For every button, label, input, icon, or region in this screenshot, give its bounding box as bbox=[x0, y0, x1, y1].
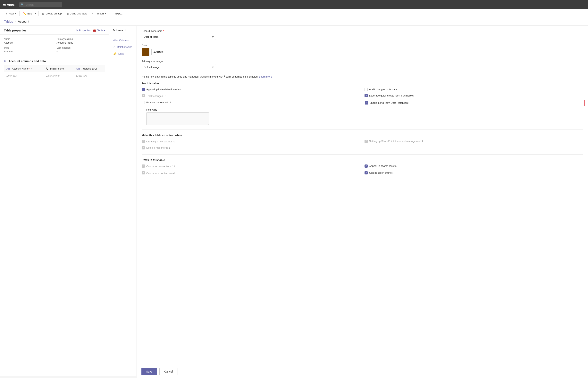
edit-button[interactable]: ✏️ Edit bbox=[21, 11, 34, 16]
table-properties-title: Table properties bbox=[4, 29, 27, 32]
tools-button[interactable]: 🧰 Tools ▾ bbox=[93, 29, 105, 32]
table-header-row: Abc Account Name * ↑ ↓ 📞 Ma bbox=[4, 65, 105, 72]
relationships-nav-label: Relationships bbox=[117, 45, 132, 48]
can-be-offline-label: Can be taken offline ℹ bbox=[369, 171, 393, 175]
last-modified-value: – bbox=[57, 50, 106, 53]
provide-custom-help-checkbox[interactable] bbox=[142, 101, 145, 104]
export-button[interactable]: ⟶ Expo... bbox=[109, 11, 125, 16]
provide-custom-help-row: Provide custom help ℹ bbox=[142, 101, 361, 105]
properties-button[interactable]: ⚙ Properties bbox=[76, 29, 91, 32]
left-main: Table properties ⚙ Properties 🧰 Tools ▾ bbox=[0, 26, 109, 83]
col-header-account-name[interactable]: Abc Account Name * ↑ ↓ bbox=[4, 65, 43, 72]
learn-more-link[interactable]: Learn more bbox=[259, 75, 272, 78]
apply-duplicate-checkbox[interactable] bbox=[142, 88, 145, 91]
type-label: Type bbox=[4, 46, 53, 49]
sharepoint-label: Setting up SharePoint document managemen… bbox=[369, 139, 423, 143]
create-app-button[interactable]: ⊞ Create an app bbox=[40, 11, 64, 16]
import-button[interactable]: ⟵ Import ▾ bbox=[90, 11, 108, 16]
schema-title: Schema bbox=[113, 29, 123, 32]
connections-info-icon: ℹ bbox=[174, 165, 175, 168]
grid-icon: ⊞ bbox=[42, 12, 44, 15]
can-be-offline-row: Can be taken offline ℹ bbox=[364, 171, 584, 175]
can-be-offline-checkbox[interactable] bbox=[364, 171, 368, 175]
using-table-button[interactable]: ⊞ Using this table bbox=[65, 11, 89, 16]
save-button[interactable]: Save bbox=[141, 368, 157, 375]
help-url-box[interactable] bbox=[146, 112, 209, 125]
primary-row-image-select[interactable]: Default Image bbox=[142, 64, 216, 70]
left-content: Table properties ⚙ Properties 🧰 Tools ▾ bbox=[0, 26, 136, 83]
appear-search-row: Appear in search results bbox=[364, 164, 584, 168]
enable-long-term-label: Enable Long Term Data Retention ℹ bbox=[370, 101, 409, 105]
tools-chevron-icon: ▾ bbox=[104, 29, 105, 32]
mail-merge-info-icon: ℹ bbox=[169, 147, 170, 149]
schema-header: Schema ℹ bbox=[109, 29, 136, 34]
table-info-grid: Name Account Primary column Account Name… bbox=[0, 35, 109, 56]
new-button[interactable]: ＋ New ▾ bbox=[3, 11, 18, 17]
primary-col-label: Primary column bbox=[57, 38, 106, 40]
description-text: Refine how data in this table is used an… bbox=[142, 74, 583, 79]
make-option-grid: Creating a new activity 1 ℹ Setting up S… bbox=[142, 139, 583, 150]
command-bar: ＋ New ▾ ✏️ Edit ▾ ⊞ Create an app ⊞ Usin… bbox=[0, 9, 588, 18]
keys-nav-item[interactable]: 🔑 Keys bbox=[109, 50, 136, 57]
rows-section: Rows in this table Can have connections … bbox=[142, 158, 583, 191]
left-panel: Table properties ⚙ Properties 🧰 Tools ▾ bbox=[0, 26, 137, 376]
sharepoint-checkbox bbox=[364, 140, 368, 143]
col-header-main-phone[interactable]: 📞 Main Phone ↓ bbox=[43, 65, 74, 72]
table-icon: ⊞ bbox=[67, 12, 69, 15]
relationships-nav-item[interactable]: ⤢ Relationships bbox=[109, 43, 136, 50]
col-address-label: Address 1: Ci bbox=[82, 67, 97, 70]
color-group: Color bbox=[142, 44, 583, 56]
main-layout: Table properties ⚙ Properties 🧰 Tools ▾ bbox=[0, 26, 588, 376]
app-title: er Apps bbox=[3, 3, 15, 6]
phone-icon: 📞 bbox=[46, 68, 48, 70]
color-swatch[interactable] bbox=[142, 48, 149, 56]
edit-chevron-icon[interactable]: ▾ bbox=[34, 12, 37, 15]
primary-row-image-label: Primary row image bbox=[142, 60, 583, 63]
apply-duplicate-row: Apply duplicate detection rules ℹ bbox=[142, 88, 361, 91]
appear-search-checkbox[interactable] bbox=[364, 164, 368, 168]
table-grid-icon: ⊞ bbox=[4, 59, 6, 63]
can-have-connections-row: Can have connections 1 ℹ bbox=[142, 164, 361, 168]
cancel-button[interactable]: Cancel bbox=[160, 368, 178, 375]
audit-changes-checkbox[interactable] bbox=[364, 88, 368, 91]
color-input[interactable] bbox=[151, 49, 210, 55]
leverage-quick-checkbox[interactable] bbox=[364, 94, 368, 97]
record-ownership-select[interactable]: User or team bbox=[142, 34, 216, 40]
cell-main-phone[interactable]: Enter phone bbox=[43, 72, 74, 79]
description-sup: 1 bbox=[224, 75, 225, 77]
for-this-table-title: For this table bbox=[142, 82, 583, 85]
enable-long-term-checkbox[interactable] bbox=[365, 101, 368, 105]
name-field: Name Account bbox=[4, 38, 53, 44]
phone-sort-icon[interactable]: ↓ bbox=[65, 68, 66, 70]
col-header-address[interactable]: Abc Address 1: Ci bbox=[74, 65, 105, 72]
cell-address[interactable]: Enter text bbox=[74, 72, 105, 79]
mail-merge-label: Doing a mail merge ℹ bbox=[146, 146, 170, 150]
can-have-contact-email-label: Can have a contact email 1 ℹ bbox=[146, 171, 179, 175]
columns-nav-item[interactable]: Abc Columns bbox=[109, 37, 136, 43]
search-input[interactable] bbox=[19, 2, 62, 7]
can-have-contact-email-row: Can have a contact email 1 ℹ bbox=[142, 171, 361, 175]
plus-icon: ＋ bbox=[5, 12, 8, 15]
topbar: er Apps bbox=[0, 0, 588, 9]
can-have-contact-email-checkbox bbox=[142, 171, 145, 175]
sort-icon[interactable]: ↑ ↓ bbox=[31, 68, 34, 70]
color-field-row bbox=[142, 48, 583, 56]
creating-activity-checkbox bbox=[142, 140, 145, 143]
separator-1 bbox=[19, 11, 20, 16]
breadcrumb-tables-link[interactable]: Tables bbox=[4, 20, 13, 24]
track-info-icon: ℹ bbox=[165, 95, 166, 97]
section-actions: ⚙ Properties 🧰 Tools ▾ bbox=[76, 29, 105, 32]
columns-title: Account columns and data bbox=[8, 59, 46, 63]
enter-text-2-placeholder: Enter text bbox=[76, 74, 87, 77]
address-abc-icon: Abc bbox=[76, 68, 80, 70]
type-value: Standard bbox=[4, 50, 53, 53]
enable-long-term-row: Enable Long Term Data Retention ℹ bbox=[363, 100, 585, 106]
col-main-phone-label: Main Phone bbox=[50, 67, 64, 70]
new-chevron-icon: ▾ bbox=[15, 13, 16, 15]
help-url-label: Help URL bbox=[146, 108, 583, 111]
cell-account-name[interactable]: Enter text bbox=[4, 72, 43, 79]
can-have-connections-label: Can have connections 1 ℹ bbox=[146, 164, 175, 168]
connections-sup: 1 bbox=[172, 164, 173, 167]
enter-phone-placeholder: Enter phone bbox=[46, 74, 60, 77]
contact-email-info-icon: ℹ bbox=[178, 172, 179, 175]
